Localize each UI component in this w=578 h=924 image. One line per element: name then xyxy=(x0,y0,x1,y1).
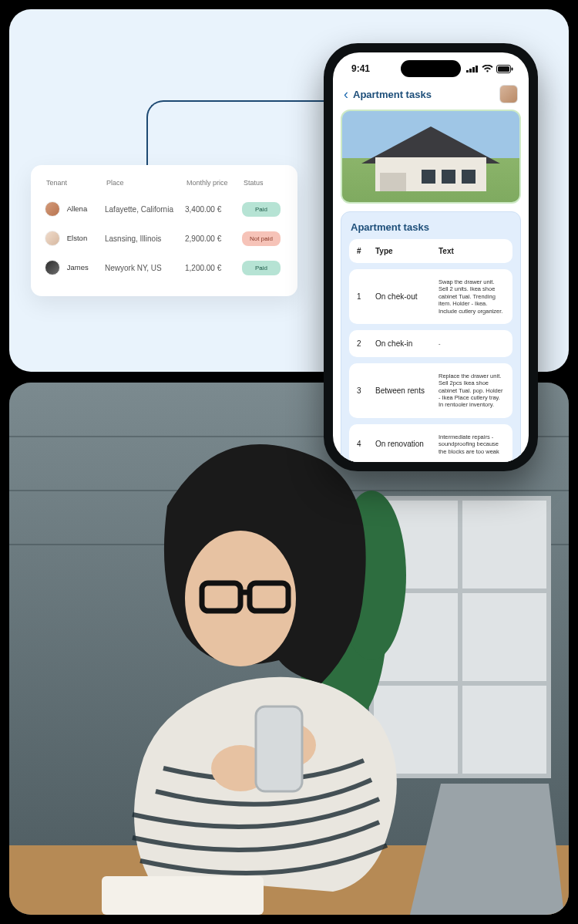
tenant-table-card: Tenant Place Monthly price Status Allena… xyxy=(31,165,297,296)
phone-screen: 9:41 ‹ Apartment tasks Apartment tasks xyxy=(333,52,529,462)
wifi-icon xyxy=(482,65,493,73)
tenant-name: Allena xyxy=(67,204,87,213)
avatar[interactable] xyxy=(499,85,518,103)
col-text: Text xyxy=(439,247,505,255)
table-row[interactable]: Elston Lasnsing, Illinois 2,900.00 € Not… xyxy=(45,224,284,253)
task-type: On renovation xyxy=(375,440,439,448)
tenant-table-header: Tenant Place Monthly price Status xyxy=(45,176,284,194)
dynamic-island-icon xyxy=(401,60,461,77)
tasks-header-row: # Type Text xyxy=(349,239,512,263)
tasks-panel-title: Apartment tasks xyxy=(351,221,511,233)
list-item[interactable]: 4 On renovation Intermediate repairs - s… xyxy=(349,424,512,462)
app-header: ‹ Apartment tasks xyxy=(333,85,529,110)
tenant-price: 3,400.00 € xyxy=(185,205,239,214)
col-status: Status xyxy=(244,179,287,187)
battery-icon xyxy=(496,65,513,73)
task-type: On chek-out xyxy=(375,292,439,301)
status-badge: Not paid xyxy=(242,231,281,246)
list-item[interactable]: 3 Between rents Replace the drawer unit.… xyxy=(349,363,512,418)
avatar xyxy=(45,201,60,217)
svg-rect-0 xyxy=(466,70,469,73)
svg-rect-27 xyxy=(102,876,264,915)
task-text: Replace the drawer unit. Sell 2pcs Ikea … xyxy=(439,373,505,409)
list-item[interactable]: 1 On chek-out Swap the drawer unit. Sell… xyxy=(349,269,512,324)
cellular-icon xyxy=(466,65,479,73)
house-illustration-icon xyxy=(361,126,500,191)
tenant-name: James xyxy=(67,263,89,271)
avatar xyxy=(45,260,60,275)
tenant-name: Elston xyxy=(67,234,87,242)
table-row[interactable]: Allena Lafayette, California 3,400.00 € … xyxy=(45,194,284,224)
page-title: Apartment tasks xyxy=(353,89,432,100)
task-type: On chek-in xyxy=(375,339,439,348)
tenant-place: Lafayette, California xyxy=(105,205,182,214)
col-num: # xyxy=(357,247,375,255)
task-num: 3 xyxy=(357,386,375,395)
svg-rect-1 xyxy=(469,69,472,73)
clock-label: 9:41 xyxy=(351,63,370,74)
tenant-place: Newyork NY, US xyxy=(105,264,182,272)
tasks-panel: Apartment tasks # Type Text 1 On chek-ou… xyxy=(341,211,521,462)
col-place: Place xyxy=(106,179,183,187)
table-row[interactable]: James Newyork NY, US 1,200.00 € Paid xyxy=(45,253,284,282)
status-badge: Paid xyxy=(242,202,281,217)
tenant-price: 1,200.00 € xyxy=(185,264,239,272)
apartment-photo[interactable] xyxy=(341,110,521,204)
task-text: Swap the drawer unit. Sell 2 units. Ikea… xyxy=(439,278,505,315)
task-num: 4 xyxy=(357,440,375,448)
task-num: 1 xyxy=(357,292,375,301)
task-type: Between rents xyxy=(375,386,439,395)
col-price: Monthly price xyxy=(187,179,240,187)
tenant-place: Lasnsing, Illinois xyxy=(105,234,182,243)
tenant-price: 2,900.00 € xyxy=(185,234,239,243)
phone-mockup: 9:41 ‹ Apartment tasks Apartment tasks xyxy=(324,43,538,471)
task-text: - xyxy=(439,340,505,347)
svg-rect-2 xyxy=(472,67,475,73)
svg-rect-5 xyxy=(498,66,509,72)
svg-rect-26 xyxy=(256,706,302,791)
svg-rect-3 xyxy=(476,66,478,73)
list-item[interactable]: 2 On chek-in - xyxy=(349,330,512,357)
col-tenant: Tenant xyxy=(46,179,103,187)
back-chevron-icon[interactable]: ‹ xyxy=(344,87,348,101)
task-num: 2 xyxy=(357,339,375,348)
col-type: Type xyxy=(375,247,439,255)
svg-rect-6 xyxy=(512,67,513,70)
status-badge: Paid xyxy=(242,261,281,275)
avatar xyxy=(45,231,60,246)
task-text: Intermediate repairs - soundproofing bec… xyxy=(439,433,505,455)
